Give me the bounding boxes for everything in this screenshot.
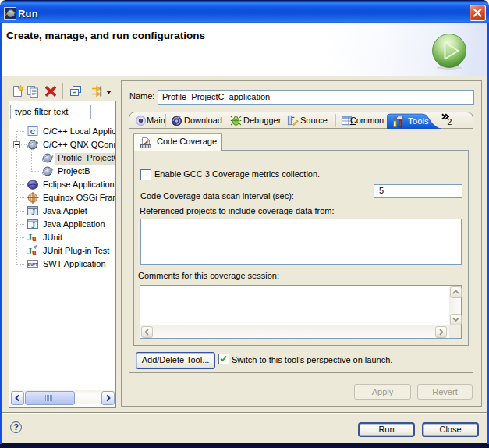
svg-text:u: u: [32, 234, 37, 243]
svg-text:J: J: [31, 222, 35, 229]
svg-text:C: C: [30, 128, 36, 136]
svg-text:u: u: [32, 248, 37, 257]
svg-text:SWT: SWT: [27, 262, 38, 267]
svg-text:J: J: [31, 208, 35, 216]
svg-text:2: 2: [448, 117, 452, 126]
